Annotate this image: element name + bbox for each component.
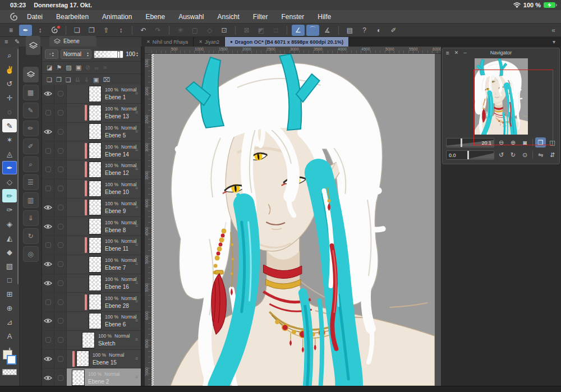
clip-studio-home-button[interactable] — [48, 25, 61, 36]
layer-checkbox-cell[interactable] — [54, 274, 67, 293]
watercolor-brush-tool[interactable]: ✏ — [2, 189, 17, 202]
lasso-tool[interactable]: ◌ — [2, 105, 17, 118]
lock-layer-button[interactable]: ▣ — [76, 64, 81, 71]
processing-indicator[interactable]: ✳ — [174, 25, 187, 36]
gradient-tool[interactable]: ▧ — [2, 259, 17, 273]
layer-thumbnail[interactable] — [89, 256, 102, 273]
layer-visibility-cell[interactable] — [42, 141, 54, 160]
Ebene 14[interactable]: 100 %Normal Ebene 14 ≡ — [42, 141, 141, 160]
tab-ebene-panel[interactable]: Ebene — [49, 36, 96, 47]
Ebene 12[interactable]: 100 %Normal Ebene 12 ≡ — [42, 160, 141, 179]
layer-checkbox-cell[interactable] — [54, 199, 67, 217]
quick-access-button[interactable]: ✒ — [19, 25, 32, 36]
deselect-button[interactable]: ◇ — [203, 25, 216, 36]
polyline-tool[interactable]: ⊿ — [2, 315, 17, 329]
save-expander[interactable]: ↕ — [114, 25, 127, 36]
background-color-swatch[interactable] — [7, 355, 16, 365]
rotation-slider[interactable]: 0.0 — [446, 150, 494, 160]
navigator-view-rectangle[interactable] — [473, 70, 553, 145]
Ebene 28[interactable]: 100 %Normal Ebene 28 ≡ — [42, 293, 141, 312]
layer-thumbnail[interactable] — [89, 142, 102, 159]
select-area-button[interactable]: ▢ — [188, 25, 201, 36]
Ebene 15[interactable]: 100 %Normal Ebene 15 ≡ — [42, 350, 141, 369]
layer-visibility-cell[interactable] — [42, 293, 54, 311]
reset-rotation-button[interactable]: ⊙ — [519, 150, 530, 160]
layer-menu-icon[interactable]: ≡ — [135, 185, 138, 191]
layer-checkbox-cell[interactable] — [54, 331, 67, 349]
layer-checkbox-cell[interactable] — [54, 85, 67, 103]
layer-thumbnail[interactable] — [89, 313, 102, 329]
sub-tool-palette-button[interactable]: ✎ — [23, 103, 39, 118]
ruler-range-button[interactable]: ∞ — [94, 64, 99, 71]
layer-visibility-cell[interactable] — [42, 85, 54, 103]
menu-ansicht[interactable]: Ansicht — [218, 13, 240, 21]
clip-studio-logo-icon[interactable] — [9, 12, 19, 22]
layer-visibility-cell[interactable] — [42, 255, 54, 274]
layer-thumbnail[interactable] — [89, 199, 102, 215]
canvas-artwork[interactable] — [154, 54, 435, 386]
eraser-soft-tool[interactable]: ◈ — [2, 217, 17, 230]
reference-layer-button[interactable]: ⚑ — [56, 64, 62, 71]
palette-color-combo[interactable]: ▫ ▴▾ — [45, 49, 58, 59]
flip-horizontal-button[interactable]: ⇋ — [535, 150, 546, 160]
frame-border-tool[interactable]: ⊞ — [2, 287, 17, 301]
opacity-stepper[interactable]: ▴▾ — [136, 52, 138, 57]
Ebene 7[interactable]: 100 %Normal Ebene 7 ≡ — [42, 255, 141, 274]
layer-menu-icon[interactable]: ≡ — [135, 223, 138, 228]
snap-square-button[interactable]: □ — [269, 25, 282, 36]
blend-tool[interactable]: ◭ — [2, 231, 17, 245]
layer-thumbnail[interactable] — [89, 181, 102, 197]
layer-menu-icon[interactable]: ≡ — [135, 298, 138, 304]
layer-checkbox-cell[interactable] — [54, 312, 67, 330]
layer-menu-icon[interactable]: ≡ — [135, 280, 138, 285]
save-button[interactable]: ⇧ — [100, 25, 113, 36]
palette-layout-button[interactable]: ▤ — [343, 25, 356, 36]
opacity-slider[interactable] — [94, 50, 123, 58]
layer-thumbnail[interactable] — [89, 275, 102, 291]
layer-checkbox-cell[interactable] — [54, 141, 67, 160]
Ebene 13[interactable]: 100 %Normal Ebene 13 ≡ — [42, 104, 141, 123]
Ebene 11[interactable]: 100 %Normal Ebene 11 ≡ — [42, 236, 141, 255]
layer-visibility-cell[interactable] — [42, 160, 54, 179]
sub-view-palette-button[interactable]: ⌕ — [23, 156, 39, 172]
snap-to-special-ruler-button[interactable]: ⌒ — [306, 25, 319, 36]
tab-overflow-chevron-icon[interactable]: ▾ — [553, 39, 555, 45]
toolbar-collapse-button[interactable]: « — [551, 26, 557, 34]
layer-menu-icon[interactable]: ≡ — [135, 336, 138, 342]
delete-layer-button[interactable]: ⌧ — [103, 76, 110, 84]
layer-menu-icon[interactable]: ≡ — [135, 166, 138, 172]
transparent-color-swatch[interactable] — [2, 369, 17, 375]
layer-thumbnail[interactable] — [72, 370, 85, 386]
Ebene 5[interactable]: 100 %Normal Ebene 5 ≡ — [42, 123, 141, 142]
Sketch[interactable]: 100 %Normal Sketch ≡ — [42, 331, 141, 350]
layer-visibility-cell[interactable] — [42, 217, 54, 236]
rotate-canvas-tool[interactable]: ↺ — [2, 77, 17, 90]
create-layer-mask-button[interactable]: ▣ — [93, 76, 99, 84]
Ebene 6[interactable]: 100 %Normal Ebene 6 ≡ — [42, 312, 141, 331]
layer-visibility-cell[interactable] — [42, 236, 54, 255]
layer-thumbnail[interactable] — [89, 162, 102, 178]
material-palette-button[interactable]: ▥ — [23, 192, 39, 208]
layer-thumbnail[interactable] — [89, 294, 102, 310]
Ebene 2[interactable]: 100 %Normal Ebene 2 ≡ — [42, 368, 141, 386]
menu-hilfe[interactable]: Hilfe — [318, 13, 331, 21]
palette-pen-icon[interactable]: ✎ — [15, 38, 20, 45]
layer-checkbox-cell[interactable] — [54, 350, 67, 368]
blend-mode-select[interactable]: Normal ▴▾ — [61, 49, 91, 59]
layer-thumbnail[interactable] — [82, 332, 95, 348]
text-tool[interactable]: A — [2, 329, 17, 343]
canvas-viewport[interactable] — [151, 54, 441, 386]
zoom-tool[interactable]: ⌕ — [2, 49, 17, 62]
layer-menu-icon[interactable]: ≡ — [135, 356, 138, 361]
layer-visibility-cell[interactable] — [42, 350, 54, 368]
snap-gradient-button[interactable]: ◩ — [255, 25, 268, 36]
enable-mask-button[interactable]: ⊘ — [85, 64, 90, 71]
layer-thumbnail[interactable] — [89, 237, 102, 253]
tab-dragon-oc[interactable]: ● Dragon OC* (B4 6071 x 8598px 600dpi 20… — [225, 37, 349, 47]
new-canvas-button[interactable]: ❏ — [71, 25, 84, 36]
transfer-down-button[interactable]: ⇓ — [84, 76, 89, 84]
new-vector-layer-button[interactable]: ❐ — [56, 76, 62, 84]
menu-filter[interactable]: Filter — [253, 13, 268, 21]
layer-visibility-cell[interactable] — [42, 331, 54, 349]
Ebene 9[interactable]: 100 %Normal Ebene 9 ≡ — [42, 199, 141, 218]
